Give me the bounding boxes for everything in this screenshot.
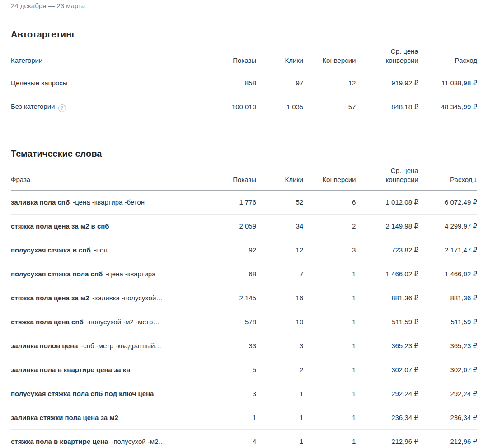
column-header-conversions[interactable]: Конверсии [303, 166, 356, 191]
column-header-avg-conversion-price[interactable]: Ср. цена конверсии [356, 166, 418, 191]
table-row: заливка пола в квартире цена за кв 5 2 1… [11, 358, 477, 382]
conversions-value: 1 [303, 310, 356, 334]
conversions-value: 1 [303, 262, 356, 286]
avg-conversion-price-value: 848,18 ₽ [356, 95, 418, 119]
conversions-value: 1 [303, 382, 356, 406]
impressions-value: 2 145 [201, 286, 256, 310]
phrase-text: стяжка пола в квартире цена [11, 438, 108, 445]
phrase-text: полусухая стяжка пола спб [11, 270, 103, 278]
cost-value: 511,59 ₽ [418, 310, 477, 334]
avg-conversion-price-value: 2 149,98 ₽ [356, 215, 418, 238]
minus-words-text: -пол [94, 246, 108, 254]
conversions-value: 1 [303, 286, 356, 310]
minus-words-text: -цена -квартира [106, 270, 155, 278]
column-header-clicks[interactable]: Клики [256, 47, 303, 71]
column-header-clicks[interactable]: Клики [256, 166, 303, 191]
cost-value: 4 299,97 ₽ [418, 215, 477, 238]
phrase-text: заливка пола спб [11, 198, 70, 206]
table-row: стяжка пола цена за м2-заливка -полусухо… [11, 286, 477, 310]
clicks-value: 1 [256, 430, 303, 448]
column-header-impressions[interactable]: Показы [201, 166, 256, 191]
table-row: стяжка пола в квартире цена-полусухой -м… [11, 430, 477, 448]
cost-value: 6 072,49 ₽ [418, 191, 477, 215]
help-icon[interactable]: ? [58, 104, 66, 112]
conversions-value: 1 [303, 430, 356, 448]
avg-conversion-price-value: 292,24 ₽ [356, 382, 418, 406]
phrase-text: стяжка пола цена спб [11, 318, 84, 326]
impressions-value: 578 [201, 310, 256, 334]
table-row: полусухая стяжка пола спб под ключ цена … [11, 382, 477, 406]
section-title-thematic-words: Тематические слова [11, 148, 477, 159]
impressions-value: 2 059 [201, 215, 256, 238]
cost-value: 365,23 ₽ [418, 334, 477, 358]
cost-value: 11 038,98 ₽ [418, 71, 477, 95]
phrase-text: заливка пола в квартире цена за кв [11, 366, 131, 373]
table-row: заливка полов цена-спб -метр -квадратный… [11, 334, 477, 358]
table-row: стяжка пола цена спб-полусухой -м2 -метр… [11, 310, 477, 334]
table-row: стяжка пола цена за м2 в спб 2 059 34 2 … [11, 215, 477, 238]
cost-value: 1 466,02 ₽ [418, 262, 477, 286]
impressions-value: 33 [201, 334, 256, 358]
sort-desc-icon: ↓ [474, 176, 478, 183]
impressions-value: 1 [201, 406, 256, 430]
table-row: полусухая стяжка в спб-пол 92 12 3 723,8… [11, 238, 477, 262]
avg-conversion-price-value: 881,36 ₽ [356, 286, 418, 310]
conversions-value: 1 [303, 334, 356, 358]
cost-value: 881,36 ₽ [418, 286, 477, 310]
clicks-value: 1 035 [256, 95, 303, 119]
clicks-value: 12 [256, 238, 303, 262]
section-title-autotargeting: Автотаргетинг [11, 29, 477, 40]
impressions-value: 92 [201, 238, 256, 262]
thematic-header-row: Фраза Показы Клики Конверсии Ср. цена ко… [11, 166, 477, 191]
table-row: заливка стяжки пола цена за м2 1 1 1 236… [11, 406, 477, 430]
clicks-value: 7 [256, 262, 303, 286]
impressions-value: 100 010 [201, 95, 256, 119]
clicks-value: 97 [256, 71, 303, 95]
impressions-value: 68 [201, 262, 256, 286]
avg-conversion-price-value: 919,92 ₽ [356, 71, 418, 95]
autotargeting-table: Категории Показы Клики Конверсии Ср. цен… [11, 47, 477, 119]
phrase-text: стяжка пола цена за м2 [11, 294, 89, 302]
minus-words-text: -спб -метр -квадратный… [81, 342, 161, 350]
column-header-categories[interactable]: Категории [11, 47, 201, 71]
column-header-conversions[interactable]: Конверсии [303, 47, 356, 71]
avg-conversion-price-value: 365,23 ₽ [356, 334, 418, 358]
clicks-value: 10 [256, 310, 303, 334]
column-header-impressions[interactable]: Показы [201, 47, 256, 71]
phrase-text: заливка стяжки пола цена за м2 [11, 414, 118, 421]
cost-value: 236,34 ₽ [418, 406, 477, 430]
conversions-value: 6 [303, 191, 356, 215]
avg-conversion-price-value: 723,82 ₽ [356, 238, 418, 262]
conversions-value: 1 [303, 358, 356, 382]
autotargeting-header-row: Категории Показы Клики Конверсии Ср. цен… [11, 47, 477, 71]
impressions-value: 5 [201, 358, 256, 382]
column-header-cost[interactable]: Расход [418, 47, 477, 71]
avg-conversion-price-value: 302,07 ₽ [356, 358, 418, 382]
clicks-value: 34 [256, 215, 303, 238]
clicks-value: 3 [256, 334, 303, 358]
statistics-page: 24 декабря — 23 марта Автотаргетинг Кате… [0, 0, 488, 448]
cost-value: 212,96 ₽ [418, 430, 477, 448]
phrase-text: полусухая стяжка пола спб под ключ цена [11, 390, 154, 397]
cost-value: 292,24 ₽ [418, 382, 477, 406]
minus-words-text: -полусухой -м2… [111, 438, 165, 445]
clicks-value: 2 [256, 358, 303, 382]
clicks-value: 1 [256, 406, 303, 430]
minus-words-text: -цена -квартира -бетон [73, 198, 145, 206]
impressions-value: 3 [201, 382, 256, 406]
conversions-value: 3 [303, 238, 356, 262]
column-header-avg-conversion-price[interactable]: Ср. цена конверсии [356, 47, 418, 71]
column-header-cost-sorted[interactable]: Расход↓ [418, 166, 477, 191]
avg-conversion-price-value: 511,59 ₽ [356, 310, 418, 334]
category-label: Целевые запросы [11, 79, 68, 87]
clicks-value: 16 [256, 286, 303, 310]
conversions-value: 2 [303, 215, 356, 238]
table-row: полусухая стяжка пола спб-цена -квартира… [11, 262, 477, 286]
avg-conversion-price-value: 212,96 ₽ [356, 430, 418, 448]
impressions-value: 858 [201, 71, 256, 95]
column-header-phrase[interactable]: Фраза [11, 166, 201, 191]
date-range: 24 декабря — 23 марта [11, 2, 477, 10]
thematic-words-table: Фраза Показы Клики Конверсии Ср. цена ко… [11, 166, 477, 448]
phrase-text: стяжка пола цена за м2 в спб [11, 222, 109, 230]
impressions-value: 4 [201, 430, 256, 448]
